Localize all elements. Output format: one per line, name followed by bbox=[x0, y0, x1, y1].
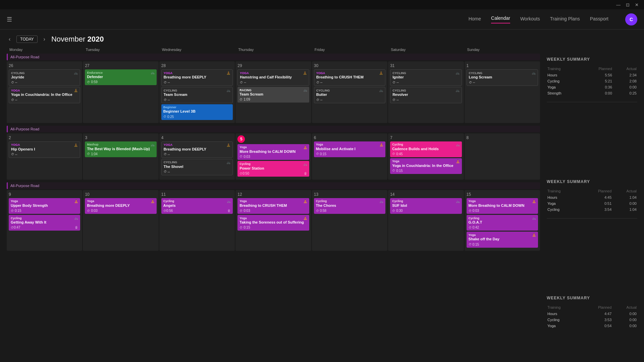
day-29: 29 Yoga🧘 Hamstring and Calf Flexibility … bbox=[235, 61, 311, 123]
day-2: 2 Yoga🧘 Hip Openers I ⏱-- bbox=[7, 133, 82, 180]
workout-card[interactable]: Cycling🚲 Cadence Builds and Holds ⏱0:45 bbox=[390, 141, 462, 157]
today-button[interactable]: TODAY bbox=[16, 36, 37, 43]
summary2-yoga: Yoga0:510:00 bbox=[547, 201, 637, 206]
calendar-title: November 2020 bbox=[51, 35, 104, 44]
workout-card[interactable]: Yoga🧘 Mobilise and Activate I ⏱0:15 bbox=[314, 141, 385, 157]
summary-col-planned: Planned bbox=[581, 66, 612, 72]
workout-card[interactable]: Yoga🧘 Yoga in Couchlandria: In the Offic… bbox=[9, 87, 80, 103]
nav-home[interactable]: Home bbox=[469, 16, 481, 23]
summary-col-actual: Actual bbox=[613, 66, 637, 72]
workout-card[interactable]: Cycling🚲 The Chores ⏱0:58 bbox=[314, 198, 385, 214]
workout-card[interactable]: Cycling🚲 Long Scream ⏱-- bbox=[467, 69, 538, 86]
weekly-summary-2: WEEKLY SUMMARY Training Planned Actual H… bbox=[547, 179, 637, 213]
day-4: 4 Yoga🧘 Breathing more DEEPLY ⏱-- Cyclin… bbox=[159, 133, 235, 180]
workout-card[interactable]: Yoga🧘 Hamstring and Calf Flexibility ⏱-- bbox=[237, 69, 309, 86]
day-5-today: 5 Yoga🧘 More Breathing to CALM DOWN ⏱0:0… bbox=[235, 133, 311, 180]
day-3: 3 Mashup🚲 The Best Way is Blended (Mash-… bbox=[83, 133, 158, 180]
summary-row-cycling: Cycling5:212:08 bbox=[547, 78, 637, 84]
day-header-thu: Thursday bbox=[235, 46, 311, 53]
win-close[interactable]: ✕ bbox=[635, 2, 639, 7]
day-30: 30 Yoga🧘 Breathing to CRUSH THEM ⏱-- Cyc… bbox=[312, 61, 387, 123]
summary-row-hours: Hours5:562:34 bbox=[547, 72, 637, 78]
win-minimize[interactable]: — bbox=[616, 2, 621, 7]
week3-label: All-Purpose Road bbox=[10, 184, 39, 188]
workout-card[interactable]: Yoga🧘 Breathing more DEEPLY ⏱-- bbox=[161, 69, 233, 86]
workout-card[interactable]: Yoga🧘 Shake off the Day ⏱0:15 bbox=[467, 232, 538, 247]
day-14: 14 Cycling🚲 SUF Idol ⏱0:30 bbox=[388, 190, 464, 251]
workout-card[interactable]: Cycling🚲 Angels ⏱0:56🗑 bbox=[161, 198, 233, 214]
workout-card[interactable]: Cycling🚲 Getting Away With It ⏱0:47🗑 bbox=[9, 215, 80, 231]
workout-card[interactable]: Racing🚲 Team Scream ⏱1:09 bbox=[237, 87, 309, 103]
workout-card[interactable]: Yoga🧘 Breathing more DEEPLY ⏱-- bbox=[161, 141, 233, 158]
workout-card[interactable]: Yoga🧘 More Breathing to CALM DOWN ⏱0:03 bbox=[237, 144, 309, 160]
nav-calendar[interactable]: Calendar bbox=[491, 15, 510, 23]
day-28: 28 Yoga🧘 Breathing more DEEPLY ⏱-- Cycli… bbox=[159, 61, 235, 123]
day-13: 13 Cycling🚲 The Chores ⏱0:58 bbox=[312, 190, 387, 251]
workout-card[interactable]: Mashup🚲 The Best Way is Blended (Mash-Up… bbox=[85, 141, 156, 157]
day-header-sun: Sunday bbox=[465, 46, 540, 53]
day-6: 6 Yoga🧘 Mobilise and Activate I ⏱0:15 bbox=[312, 133, 387, 180]
week2-label: All-Purpose Road bbox=[10, 127, 39, 131]
user-avatar[interactable]: C bbox=[625, 13, 637, 25]
day-11: 11 Cycling🚲 Angels ⏱0:56🗑 bbox=[159, 190, 235, 251]
day-26: 26 Cycling🚲 Joyride ⏱-- Yoga🧘 Yoga in Co… bbox=[7, 61, 82, 123]
workout-card[interactable]: Yoga🧘 Hip Openers I ⏱-- bbox=[9, 141, 80, 158]
summary-row-yoga: Yoga0:360:00 bbox=[547, 84, 637, 90]
workout-card[interactable]: Yoga🧘 Breathing more DEEPLY ⏱0:03 bbox=[85, 198, 156, 214]
next-month-button[interactable]: › bbox=[42, 36, 47, 43]
prev-month-button[interactable]: ‹ bbox=[7, 36, 12, 43]
summary2-hours: Hours4:451:04 bbox=[547, 195, 637, 200]
day-12: 12 Yoga🧘 Breathing to CRUSH THEM ⏱0:03 Y… bbox=[235, 190, 311, 251]
weekly-summary-1: WEEKLY SUMMARY Training Planned Actual H… bbox=[547, 57, 637, 97]
workout-card[interactable]: Yoga🧘 Yoga in Couchlandria: In the Offic… bbox=[390, 158, 462, 174]
workout-card[interactable]: Cycling🚲 G.O.A.T ⏱0:42 bbox=[467, 215, 538, 231]
workout-card[interactable]: Yoga🧘 Upper Body Strength ⏱0:15 bbox=[9, 198, 80, 214]
day-header-sat: Saturday bbox=[388, 46, 464, 53]
day-header-fri: Friday bbox=[312, 46, 387, 53]
day-15: 15 Yoga🧘 More Breathing to CALM DOWN ⏱0:… bbox=[465, 190, 540, 251]
nav-passport[interactable]: Passport bbox=[590, 16, 608, 23]
workout-card[interactable]: Yoga🧘 Breathing to CRUSH THEM ⏱0:03 bbox=[237, 198, 309, 214]
day-31: 31 Cycling🚲 Igniter ⏱-- Cycling🚲 Revolve… bbox=[388, 61, 464, 123]
nav-training-plans[interactable]: Training Plans bbox=[550, 16, 580, 23]
workout-card[interactable]: Cycling🚲 Revolver ⏱-- bbox=[390, 87, 462, 103]
workout-card[interactable]: Cycling🚲 SUF Idol ⏱0:30 bbox=[390, 198, 462, 214]
workout-card[interactable]: Beginner Beginner Level 3B ⏱0:25 bbox=[161, 104, 233, 120]
day-header-tue: Tuesday bbox=[83, 46, 158, 53]
day-header-wed: Wednesday bbox=[159, 46, 235, 53]
workout-card[interactable]: Yoga🧘 Taking the Soreness out of Sufferi… bbox=[237, 215, 309, 231]
summary3-cycling: Cycling3:530:00 bbox=[547, 317, 637, 322]
summary-row-strength: Strength0:000:25 bbox=[547, 90, 637, 96]
workout-card[interactable]: Cycling🚲 The Shovel ⏱-- bbox=[161, 159, 233, 175]
week1-label: All-Purpose Road bbox=[10, 55, 39, 59]
day-7: 7 Cycling🚲 Cadence Builds and Holds ⏱0:4… bbox=[388, 133, 464, 180]
workout-card[interactable]: Yoga🧘 More Breathing to CALM DOWN ⏱0:03 bbox=[467, 198, 538, 214]
day-header-mon: Monday bbox=[7, 46, 82, 53]
workout-card[interactable]: Cycling🚲 Power Station ⏱0:50🗑 bbox=[237, 161, 309, 177]
hamburger-icon[interactable]: ☰ bbox=[7, 16, 12, 23]
workout-card[interactable]: Cycling🚲 Butter ⏱-- bbox=[314, 87, 385, 103]
workout-card[interactable]: Cycling🚲 Joyride ⏱-- bbox=[9, 69, 80, 86]
win-maximize[interactable]: ⊡ bbox=[626, 2, 630, 7]
summary3-yoga: Yoga0:540:00 bbox=[547, 323, 637, 328]
day-9: 9 Yoga🧘 Upper Body Strength ⏱0:15 Cyclin… bbox=[7, 190, 82, 251]
workout-card[interactable]: Endurance🚲 Defender ⏱0:59 bbox=[85, 69, 156, 85]
day-8: 8 bbox=[465, 133, 540, 180]
workout-card[interactable]: Yoga🧘 Breathing to CRUSH THEM ⏱-- bbox=[314, 69, 385, 86]
summary3-hours: Hours4:470:00 bbox=[547, 311, 637, 316]
workout-card[interactable]: Cycling🚲 Igniter ⏱-- bbox=[390, 69, 462, 86]
day-1: 1 Cycling🚲 Long Scream ⏱-- bbox=[465, 61, 540, 123]
nav-workouts[interactable]: Workouts bbox=[520, 16, 540, 23]
weekly-summary-3: WEEKLY SUMMARY Training Planned Actual H… bbox=[547, 296, 637, 329]
day-27: 27 Endurance🚲 Defender ⏱0:59 bbox=[83, 61, 158, 123]
summary-col-training: Training bbox=[547, 66, 580, 72]
day-10: 10 Yoga🧘 Breathing more DEEPLY ⏱0:03 bbox=[83, 190, 158, 251]
workout-card[interactable]: Cycling🚲 Team Scream ⏱-- bbox=[161, 87, 233, 103]
summary2-cycling: Cycling3:541:04 bbox=[547, 207, 637, 212]
